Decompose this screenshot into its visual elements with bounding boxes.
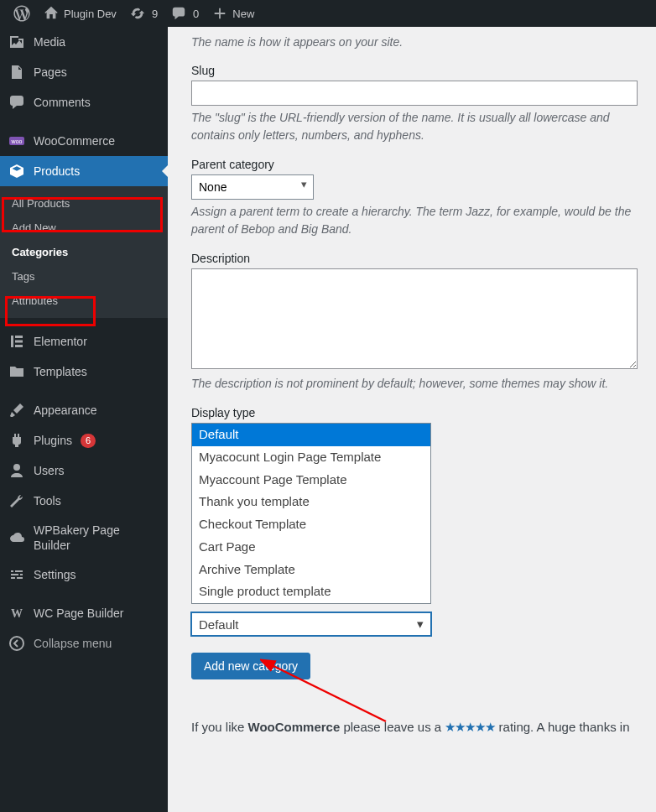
svg-text:woo: woo	[11, 138, 23, 144]
new-link[interactable]: New	[206, 0, 261, 27]
sidebar-item-label: WooCommerce	[34, 134, 115, 148]
media-icon	[8, 34, 25, 50]
slug-label: Slug	[191, 64, 656, 77]
sidebar-item-templates[interactable]: Templates	[0, 357, 168, 387]
sidebar-item-label: Appearance	[34, 403, 97, 417]
products-icon	[8, 163, 25, 180]
svg-rect-2	[11, 336, 13, 347]
sidebar-item-label: Products	[34, 164, 80, 178]
sidebar-item-label: Plugins	[34, 434, 72, 447]
display-type-option[interactable]: Single product template	[192, 580, 430, 603]
parent-label: Parent category	[191, 158, 656, 171]
collapse-label: Collapse menu	[34, 637, 112, 650]
display-type-option[interactable]: Checkout Template	[192, 513, 430, 536]
submenu-all-products[interactable]: All Products	[0, 191, 168, 216]
collapse-menu[interactable]: Collapse menu	[0, 628, 168, 658]
display-type-label: Display type	[191, 406, 656, 419]
folder-icon	[8, 363, 25, 380]
display-type-selected: Default	[199, 617, 239, 632]
svg-point-7	[10, 637, 23, 650]
plugins-badge: 6	[81, 434, 96, 448]
products-submenu: All Products Add New Categories Tags Att…	[0, 186, 168, 318]
collapse-icon	[8, 635, 25, 652]
sidebar-item-woocommerce[interactable]: woo WooCommerce	[0, 126, 168, 156]
content-area: The name is how it appears on your site.…	[168, 27, 656, 812]
sidebar-item-pages[interactable]: Pages	[0, 57, 168, 87]
parent-field-wrap: Parent category None Assign a parent ter…	[191, 158, 656, 238]
svg-text:W: W	[11, 607, 23, 620]
site-name: Plugin Dev	[64, 8, 117, 20]
display-type-option[interactable]: Myacocunt Login Page Template	[192, 446, 430, 469]
plus-icon	[212, 6, 227, 21]
sidebar-item-label: WPBakery Page Builder	[34, 523, 159, 553]
slug-input[interactable]	[191, 81, 638, 106]
site-home-link[interactable]: Plugin Dev	[37, 0, 123, 27]
svg-rect-4	[15, 341, 23, 343]
sidebar-item-wpbakery[interactable]: WPBakery Page Builder	[0, 516, 168, 560]
slug-help: The "slug" is the URL-friendly version o…	[191, 109, 656, 144]
brush-icon	[8, 402, 25, 419]
plug-icon	[8, 432, 25, 449]
elementor-icon	[8, 333, 25, 350]
description-field-wrap: Description The description is not promi…	[191, 252, 656, 393]
sidebar-item-products[interactable]: Products	[0, 156, 168, 186]
chevron-down-icon: ▾	[417, 617, 424, 632]
rating-stars[interactable]: ★★★★★	[445, 720, 495, 734]
footer-note: If you like WooCommerce please leave us …	[191, 720, 656, 735]
sidebar-item-label: Tools	[34, 494, 61, 508]
sidebar-item-users[interactable]: Users	[0, 455, 168, 486]
description-help: The description is not prominent by defa…	[191, 375, 656, 393]
sidebar-item-appearance[interactable]: Appearance	[0, 395, 168, 425]
display-type-field-wrap: Display type Default Myacocunt Login Pag…	[191, 406, 656, 636]
comment-icon	[171, 6, 186, 21]
display-type-listbox[interactable]: Default Myacocunt Login Page Template My…	[191, 423, 431, 604]
woocommerce-icon: woo	[8, 133, 25, 149]
sidebar-item-media[interactable]: Media	[0, 27, 168, 57]
display-type-select[interactable]: Default ▾	[191, 612, 431, 636]
submenu-add-new[interactable]: Add New	[0, 216, 168, 240]
sidebar-item-elementor[interactable]: Elementor	[0, 326, 168, 357]
admin-bar: Plugin Dev 9 0 New	[0, 0, 656, 27]
sidebar-item-settings[interactable]: Settings	[0, 560, 168, 590]
cloud-icon	[8, 529, 25, 546]
svg-rect-5	[15, 345, 23, 347]
refresh-icon	[130, 6, 145, 21]
submenu-attributes[interactable]: Attributes	[0, 289, 168, 313]
sidebar-item-label: Comments	[34, 96, 91, 109]
parent-help: Assign a parent term to create a hierarc…	[191, 203, 656, 238]
display-type-option[interactable]: Archive Template	[192, 559, 430, 581]
sidebar-item-plugins[interactable]: Plugins 6	[0, 425, 168, 455]
sliders-icon	[8, 566, 25, 583]
new-label: New	[232, 8, 254, 20]
sidebar-item-label: Templates	[34, 365, 87, 378]
comments-count: 0	[193, 8, 199, 20]
pages-icon	[8, 64, 25, 81]
updates-count: 9	[152, 8, 158, 20]
wp-logo[interactable]	[7, 0, 37, 27]
display-type-option[interactable]: Cart Page	[192, 536, 430, 559]
display-type-option[interactable]: Thank you template	[192, 491, 430, 513]
sidebar-item-comments[interactable]: Comments	[0, 87, 168, 117]
submenu-tags[interactable]: Tags	[0, 264, 168, 289]
home-icon	[44, 6, 59, 21]
updates-link[interactable]: 9	[123, 0, 164, 27]
sidebar-item-label: Media	[34, 35, 65, 49]
slug-field-wrap: Slug The "slug" is the URL-friendly vers…	[191, 64, 656, 144]
parent-select[interactable]: None	[191, 174, 314, 200]
sidebar-item-label: WC Page Builder	[34, 606, 123, 620]
w-icon: W	[8, 605, 25, 622]
sidebar-item-wc-page-builder[interactable]: W WC Page Builder	[0, 598, 168, 628]
submenu-categories[interactable]: Categories	[0, 240, 168, 264]
display-type-option[interactable]: Myaccount Page Template	[192, 469, 430, 492]
comments-link[interactable]: 0	[164, 0, 206, 27]
sidebar-item-tools[interactable]: Tools	[0, 486, 168, 516]
wordpress-icon	[13, 5, 30, 22]
name-field-help: The name is how it appears on your site.	[191, 35, 656, 49]
description-textarea[interactable]	[191, 268, 638, 369]
comment-icon	[8, 94, 25, 111]
svg-rect-3	[15, 336, 23, 338]
add-category-button[interactable]: Add new category	[191, 653, 310, 679]
display-type-option[interactable]: Default	[192, 424, 430, 446]
description-label: Description	[191, 252, 656, 265]
admin-sidebar: Media Pages Comments woo WooCommerce Pro…	[0, 27, 168, 812]
